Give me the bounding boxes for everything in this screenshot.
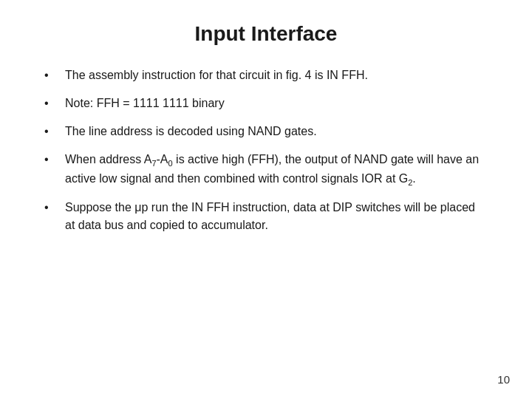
bullet-3: •: [44, 123, 59, 140]
bullet-2: •: [44, 95, 59, 112]
list-item: • Note: FFH = 1111 1111 binary: [44, 95, 488, 112]
bullet-4: •: [44, 151, 59, 168]
item-text-4: When address A7-A0 is active high (FFH),…: [65, 151, 488, 188]
bullet-5: •: [44, 199, 59, 216]
list-item: • Suppose the μp run the IN FFH instruct…: [44, 199, 488, 234]
item-text-3: The line address is decoded using NAND g…: [65, 123, 488, 140]
content-list: • The assembly instruction for that circ…: [44, 66, 488, 384]
list-item: • The assembly instruction for that circ…: [44, 66, 488, 84]
list-item: • The line address is decoded using NAND…: [44, 123, 488, 140]
bullet-1: •: [44, 66, 59, 84]
item-text-5: Suppose the μp run the IN FFH instructio…: [65, 199, 488, 234]
page-number: 10: [497, 373, 510, 386]
item-text-2: Note: FFH = 1111 1111 binary: [65, 95, 488, 112]
page-title: Input Interface: [44, 15, 488, 46]
item-text-1: The assembly instruction for that circui…: [65, 66, 488, 84]
page-container: Input Interface • The assembly instructi…: [0, 0, 532, 399]
list-item: • When address A7-A0 is active high (FFH…: [44, 151, 488, 188]
